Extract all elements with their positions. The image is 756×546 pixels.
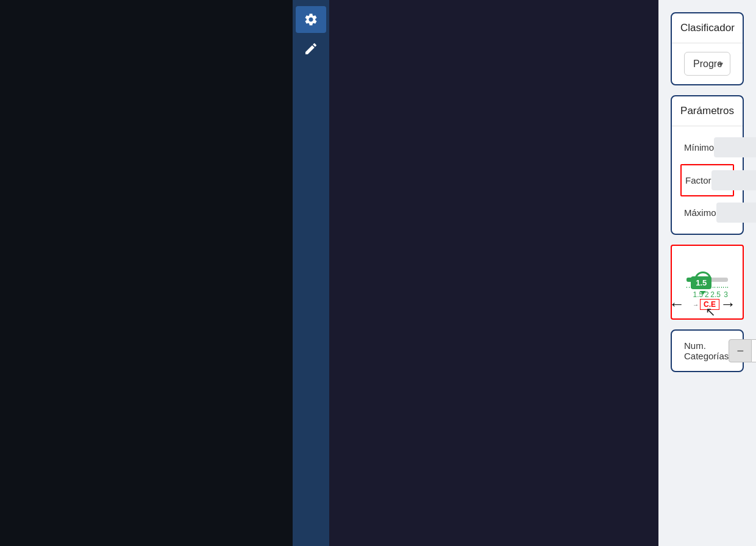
settings-nav-item[interactable] bbox=[296, 6, 326, 33]
clasificador-card: Clasificador Progresiva Lineal Logarítmi… bbox=[671, 12, 744, 85]
badge-arrow bbox=[700, 291, 706, 295]
label-2.5: 2.5 bbox=[710, 290, 721, 299]
sidebar-nav bbox=[293, 0, 329, 546]
maximo-label: Máximo bbox=[684, 207, 716, 218]
slider-card: 1.5 ← → ↖ bbox=[671, 245, 744, 320]
clasificador-select[interactable]: Progresiva Lineal Logarítmica bbox=[684, 52, 730, 76]
parametros-card: Parámetros Mínimo Factor Máximo bbox=[671, 95, 744, 235]
ce-arrow-pointer: → bbox=[693, 301, 699, 308]
main-panel: Clasificador Progresiva Lineal Logarítmi… bbox=[658, 0, 756, 546]
num-categorias-value: 5 bbox=[752, 339, 756, 362]
num-categorias-card: Num. Categorías − 5 + bbox=[671, 329, 744, 372]
factor-input[interactable] bbox=[711, 170, 756, 190]
gear-icon bbox=[304, 12, 318, 27]
minimo-row: Mínimo bbox=[684, 131, 730, 164]
edit-icon bbox=[304, 41, 318, 56]
ce-container: → C.E bbox=[693, 299, 719, 310]
ce-label: C.E bbox=[700, 299, 719, 310]
edit-nav-item[interactable] bbox=[296, 35, 326, 62]
label-3: 3 bbox=[721, 290, 728, 299]
sidebar bbox=[0, 0, 329, 546]
parametros-title: Parámetros bbox=[672, 96, 743, 126]
slider-labels: 1.5 2 2.5 3 bbox=[686, 290, 728, 299]
factor-label: Factor bbox=[685, 175, 711, 185]
left-arrow-icon: ← bbox=[669, 295, 685, 314]
slider-badge: 1.5 bbox=[691, 276, 711, 289]
maximo-input[interactable] bbox=[716, 203, 756, 223]
clasificador-title: Clasificador bbox=[672, 13, 743, 43]
slider-container: 1.5 ← → ↖ bbox=[686, 278, 728, 299]
maximo-row: Máximo bbox=[684, 196, 730, 229]
minimo-input[interactable] bbox=[714, 137, 756, 157]
clasificador-select-wrapper: Progresiva Lineal Logarítmica ▾ bbox=[684, 52, 730, 76]
factor-row: Factor bbox=[680, 164, 734, 196]
minus-button[interactable]: − bbox=[729, 339, 752, 362]
minimo-label: Mínimo bbox=[684, 142, 714, 153]
num-categorias-label: Num. Categorías bbox=[684, 340, 729, 361]
num-categorias-controls: − 5 + bbox=[729, 339, 756, 362]
